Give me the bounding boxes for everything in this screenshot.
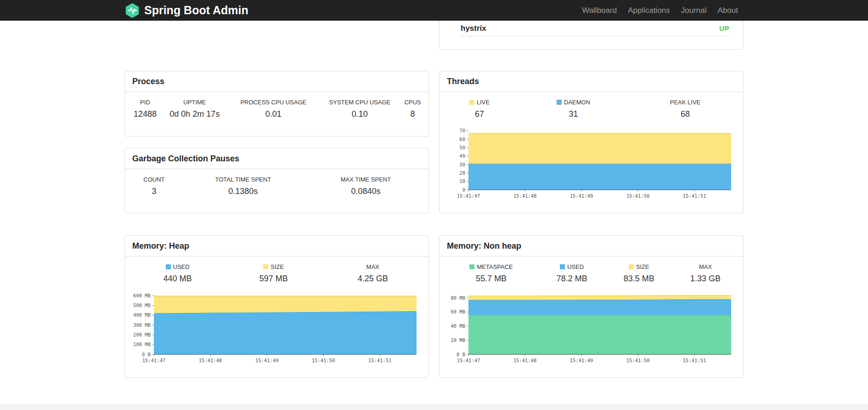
stat-label: TOTAL TIME SPENT: [179, 176, 308, 183]
nav-journal[interactable]: Journal: [676, 0, 712, 21]
svg-text:80 MB: 80 MB: [451, 295, 465, 301]
stat-value: 78.2 MB: [538, 274, 605, 284]
stat-process-cpu-usage: PROCESS CPU USAGE 0.01: [229, 99, 318, 119]
brand[interactable]: Spring Boot Admin: [124, 3, 248, 18]
stat-label: COUNT: [130, 176, 179, 183]
stat-value: 0d 0h 2m 17s: [161, 109, 229, 119]
stat-value: 31: [515, 109, 632, 119]
stat-label-text: DAEMON: [564, 99, 590, 106]
used-legend-swatch: [166, 264, 171, 269]
stat-heap-used: USED 440 MB: [130, 263, 225, 284]
svg-text:15:41:49: 15:41:49: [255, 358, 279, 363]
svg-text:300 MB: 300 MB: [133, 322, 151, 328]
stat-value: 67: [444, 109, 515, 119]
memory-nonheap-panel: Memory: Non heap METASPACE 55.7 MB USED …: [439, 235, 744, 378]
stat-threads-daemon: DAEMON 31: [515, 99, 632, 119]
svg-text:15:41:50: 15:41:50: [626, 358, 650, 363]
stat-value: 4.25 GB: [321, 274, 424, 284]
stat-uptime: UPTIME 0d 0h 2m 17s: [161, 99, 229, 119]
stat-label: PID: [130, 99, 161, 106]
svg-text:15:41:51: 15:41:51: [683, 193, 706, 199]
svg-text:20 MB: 20 MB: [451, 337, 465, 343]
stat-value: 68: [632, 109, 738, 119]
stat-value: 8: [401, 109, 424, 119]
threads-panel: Threads LIVE 67 DAEMON 31: [439, 71, 744, 213]
stat-heap-max: MAX 4.25 GB: [321, 263, 424, 284]
stat-label-text: SIZE: [271, 263, 284, 270]
svg-text:0 B: 0 B: [457, 352, 465, 357]
live-legend-swatch: [469, 100, 474, 105]
threads-panel-title: Threads: [440, 71, 743, 92]
svg-text:15:41:49: 15:41:49: [570, 358, 593, 363]
status-badge: UP: [719, 24, 729, 32]
memory-nonheap-panel-title: Memory: Non heap: [440, 236, 743, 256]
process-panel-title: Process: [125, 71, 428, 92]
svg-text:60: 60: [459, 137, 465, 142]
svg-text:30: 30: [459, 162, 465, 167]
stat-nonheap-metaspace: METASPACE 55.7 MB: [444, 263, 538, 284]
stat-value: 3: [130, 187, 179, 196]
used-legend-swatch: [560, 264, 565, 269]
svg-text:40: 40: [459, 153, 465, 159]
memory-heap-panel-title: Memory: Heap: [125, 236, 428, 256]
metaspace-legend-swatch: [469, 264, 474, 269]
stat-threads-peak-live: PEAK LIVE 68: [632, 99, 738, 119]
stat-label: USED: [538, 263, 605, 270]
application-status-panel: hystrix UP: [439, 21, 744, 50]
stat-value: 597 MB: [225, 274, 321, 284]
nav-links: Wallboard Applications Journal About: [576, 0, 744, 21]
stat-label: PROCESS CPU USAGE: [229, 99, 318, 106]
heap-chart-container: 15:41:4715:41:4815:41:4915:41:5015:41:51…: [125, 284, 428, 366]
svg-text:15:41:50: 15:41:50: [312, 358, 335, 363]
brand-title: Spring Boot Admin: [144, 4, 248, 17]
main-content: Process PID 12488 UPTIME 0d 0h 2m 17s PR…: [124, 21, 744, 378]
stat-heap-size: SIZE 597 MB: [225, 263, 321, 284]
svg-text:60 MB: 60 MB: [451, 309, 465, 314]
svg-text:15:41:48: 15:41:48: [513, 193, 537, 199]
stat-gc-total-time: TOTAL TIME SPENT 0.1380s: [179, 176, 308, 196]
size-legend-swatch: [263, 264, 268, 269]
threads-chart-container: 15:41:4715:41:4815:41:4915:41:5015:41:51…: [440, 119, 743, 202]
process-stats: PID 12488 UPTIME 0d 0h 2m 17s PROCESS CP…: [125, 92, 428, 119]
nav-wallboard[interactable]: Wallboard: [576, 0, 622, 21]
stat-nonheap-used: USED 78.2 MB: [538, 263, 605, 284]
stat-nonheap-size: SIZE 83.5 MB: [605, 263, 672, 284]
stat-label: PEAK LIVE: [632, 99, 738, 106]
stat-label-text: USED: [567, 263, 584, 270]
garbage-collection-panel: Garbage Collection Pauses COUNT 3 TOTAL …: [124, 148, 429, 213]
svg-text:15:41:47: 15:41:47: [142, 358, 166, 363]
stat-label: CPUS: [401, 99, 424, 106]
process-panel: Process PID 12488 UPTIME 0d 0h 2m 17s PR…: [124, 71, 429, 137]
stat-gc-count: COUNT 3: [130, 176, 179, 196]
memory-nonheap-chart: 15:41:4715:41:4815:41:4915:41:5015:41:51…: [445, 290, 737, 366]
stat-value: 0.0840s: [308, 187, 424, 196]
application-row[interactable]: hystrix UP: [461, 21, 729, 36]
threads-chart: 15:41:4715:41:4815:41:4915:41:5015:41:51…: [445, 125, 737, 202]
stat-cpus: CPUS 8: [401, 99, 424, 119]
svg-text:15:41:51: 15:41:51: [368, 358, 392, 363]
stat-pid: PID 12488: [130, 99, 161, 119]
stat-value: 0.10: [318, 109, 401, 119]
application-name[interactable]: hystrix: [461, 24, 486, 33]
size-legend-swatch: [629, 264, 634, 269]
stat-label: DAEMON: [515, 99, 632, 106]
stat-nonheap-max: MAX 1.33 GB: [672, 263, 738, 284]
navbar: Spring Boot Admin Wallboard Applications…: [0, 0, 868, 21]
gc-stats: COUNT 3 TOTAL TIME SPENT 0.1380s MAX TIM…: [125, 169, 428, 196]
svg-text:15:41:47: 15:41:47: [457, 358, 480, 363]
svg-text:200 MB: 200 MB: [133, 332, 151, 337]
nav-about[interactable]: About: [712, 0, 744, 21]
memory-heap-chart: 15:41:4715:41:4815:41:4915:41:5015:41:51…: [131, 290, 422, 366]
nav-applications[interactable]: Applications: [622, 0, 676, 21]
nonheap-stats: METASPACE 55.7 MB USED 78.2 MB SIZE: [440, 256, 743, 284]
stat-threads-live: LIVE 67: [444, 99, 515, 119]
svg-text:15:41:48: 15:41:48: [513, 358, 537, 363]
svg-text:100 MB: 100 MB: [133, 342, 151, 347]
svg-text:600 MB: 600 MB: [133, 293, 151, 298]
svg-text:20: 20: [459, 170, 465, 176]
svg-text:15:41:47: 15:41:47: [457, 193, 480, 199]
stat-value: 0.1380s: [179, 187, 308, 196]
bottom-strip: [0, 404, 868, 410]
stat-value: 440 MB: [130, 274, 225, 284]
svg-text:0: 0: [462, 187, 465, 193]
